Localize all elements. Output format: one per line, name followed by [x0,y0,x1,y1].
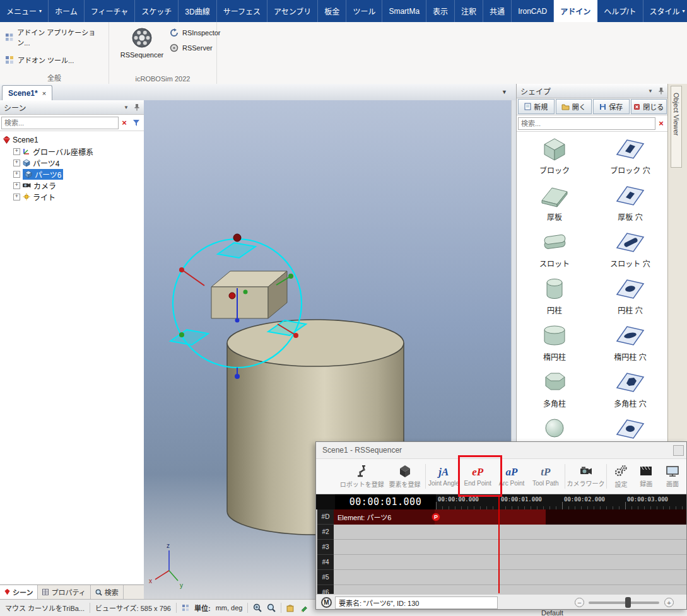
element-clip-body[interactable] [435,509,546,525]
menu-tab-sheetmetal[interactable]: 板金 [318,0,346,22]
catalog-open-button[interactable]: 開く [556,99,592,114]
addin-applications-button[interactable]: アドイン アプリケーション... [0,25,109,50]
tree-item-light[interactable]: + ライト [0,191,144,202]
object-viewer-tab[interactable]: Object Viewer [671,86,682,168]
catalog-save-button[interactable]: 保存 [593,99,630,114]
catalog-item-block[interactable]: ブロック [539,136,570,177]
catalog-item-polygon-prism[interactable]: 多角柱 [539,369,570,410]
track-row-5[interactable]: #5 [316,570,686,585]
addon-tools-icon [5,55,14,64]
catalog-item-cylinder-hole[interactable]: 円柱 穴 [614,276,646,317]
menu-tab-surface[interactable]: サーフェス [217,0,267,22]
keyframe-marker[interactable]: P [432,513,440,521]
addon-tools-button[interactable]: アドオン ツール... [0,52,109,67]
document-tab-scene1[interactable]: Scene1* × [2,85,52,100]
menu-tab-view[interactable]: 表示 [426,0,455,22]
menu-tab-ironcad[interactable]: IronCAD [512,0,554,22]
element-clip[interactable]: Element: パーツ6 [334,509,435,525]
pencil-icon[interactable] [300,604,308,612]
catalog-item-slot[interactable]: スロット [539,229,570,270]
rsinspector-button[interactable]: RSInspector [170,28,221,37]
sequencer-titlebar[interactable]: Scene1 - RSSequencer [316,442,686,459]
sequencer-close-button[interactable] [673,445,684,456]
tree-item-scene1[interactable]: Scene1 [0,134,144,146]
timeline-zoom-out-button[interactable]: − [575,598,584,607]
menu-tab-feature[interactable]: フィーチャ [85,0,136,22]
catalog-item-slot-hole[interactable]: スロット 穴 [610,229,650,270]
expand-icon[interactable]: + [13,160,20,166]
expand-icon[interactable]: + [13,171,20,178]
catalog-item-cylinder[interactable]: 円柱 [539,276,570,317]
box-part[interactable] [211,271,287,318]
menu-tab-help[interactable]: ヘルプ/ト [597,0,643,22]
paint-bucket-icon[interactable] [286,604,295,612]
menu-tab-style[interactable]: スタイル▾ [643,0,687,22]
track-row-4[interactable]: #4 [316,555,686,570]
panel-menu-icon[interactable]: ▼ [648,88,653,94]
tree-item-global-coords[interactable]: + グローバル座標系 [0,146,144,157]
tree-item-part4[interactable]: + パーツ4 [0,157,144,168]
catalog-item-block-hole[interactable]: ブロック 穴 [610,136,650,177]
rssequencer-button[interactable]: RSSequencer [118,27,166,59]
expand-icon[interactable]: + [13,148,20,155]
expand-icon[interactable]: + [13,182,20,189]
panel-menu-icon[interactable]: ▼ [124,105,129,110]
menu-tab-addin[interactable]: アドイン [554,0,597,22]
menu-tab-smartma[interactable]: SmartMa [382,0,426,22]
catalog-item-ellipse-cylinder-hole[interactable]: 楕円柱 穴 [614,322,646,364]
menu-tab-assembly[interactable]: アセンブリ [267,0,318,22]
timeline-zoom-in-button[interactable]: + [664,598,674,607]
track-row-2[interactable]: #2 [316,525,686,540]
menu-tab-home[interactable]: ホーム [49,0,85,22]
menu-tab-annotation[interactable]: 注釈 [455,0,483,22]
search-clear-button[interactable]: × [655,119,667,128]
catalog-item-slab[interactable]: 厚板 [539,182,570,224]
scene-tree: Scene1 + グローバル座標系 + パーツ4 + パーツ6 + [0,131,144,584]
sequencer-bottom-bar: M 要素名: "パーツ6", ID: 130 − + [316,594,686,610]
tab-properties[interactable]: プロパティ [38,585,90,599]
expand-icon[interactable]: + [13,194,20,200]
tab-search[interactable]: 検索 [91,585,124,599]
joint-angle-button[interactable]: jA Joint Angle [427,459,460,494]
search-clear-button[interactable]: × [119,118,130,127]
catalog-new-button[interactable]: 新規 [518,99,555,114]
svg-text:z: z [167,542,170,549]
menu-tab-3dcurve[interactable]: 3D曲線 [179,0,216,22]
timeline-zoom-slider[interactable] [589,601,659,604]
catalog-item-polygon-prism-hole[interactable]: 多角柱 穴 [614,369,646,410]
pin-icon[interactable] [134,103,140,111]
pin-icon[interactable] [658,87,664,95]
menu-tab-common[interactable]: 共通 [483,0,512,22]
filter-button[interactable] [130,119,143,127]
arc-point-button[interactable]: aP Arc Point [495,459,528,494]
catalog-item-slab-hole[interactable]: 厚板 穴 [614,182,646,224]
screen-button[interactable]: 画面 [659,459,686,494]
menu-tab-sketch[interactable]: スケッチ [135,0,179,22]
tab-scene[interactable]: シーン [0,585,38,599]
tree-item-part6-selected[interactable]: + パーツ6 [0,168,144,180]
catalog-item-ellipse-cylinder[interactable]: 楕円柱 [539,322,570,364]
register-element-button[interactable]: 要素を登録 [385,459,425,494]
tab-list-dropdown-icon[interactable]: ▼ [502,89,516,95]
settings-button[interactable]: 設定 [608,459,633,494]
scene-search-input[interactable] [1,117,119,129]
camera-work-button[interactable]: カメラワーク [567,459,606,494]
tool-path-button[interactable]: tP Tool Path [528,459,563,494]
timeline-ruler[interactable]: 00:00:00.000 00:00:01.000 00:00:02.000 0… [436,494,686,509]
record-button[interactable]: 録画 [633,459,659,494]
mixer-button[interactable]: M [321,597,332,608]
track-row-3[interactable]: #3 [316,540,686,555]
playhead[interactable] [498,495,500,593]
tab-close-icon[interactable]: × [42,90,46,97]
menu-tab-menu[interactable]: メニュー▾ [0,0,49,22]
catalog-close-button[interactable]: 閉じる [631,99,667,114]
timeline-zoom-handle[interactable] [625,597,631,608]
end-point-button[interactable]: eP End Point [460,459,495,494]
rsserver-button[interactable]: RSServer [170,44,221,52]
register-robot-button[interactable]: ロボットを登録 [339,459,385,494]
catalog-search-input[interactable] [518,117,655,130]
tree-item-camera[interactable]: + カメラ [0,180,144,191]
menu-tab-tools[interactable]: ツール [346,0,382,22]
zoom-in-icon[interactable] [253,603,262,612]
zoom-extents-icon[interactable] [267,603,276,612]
